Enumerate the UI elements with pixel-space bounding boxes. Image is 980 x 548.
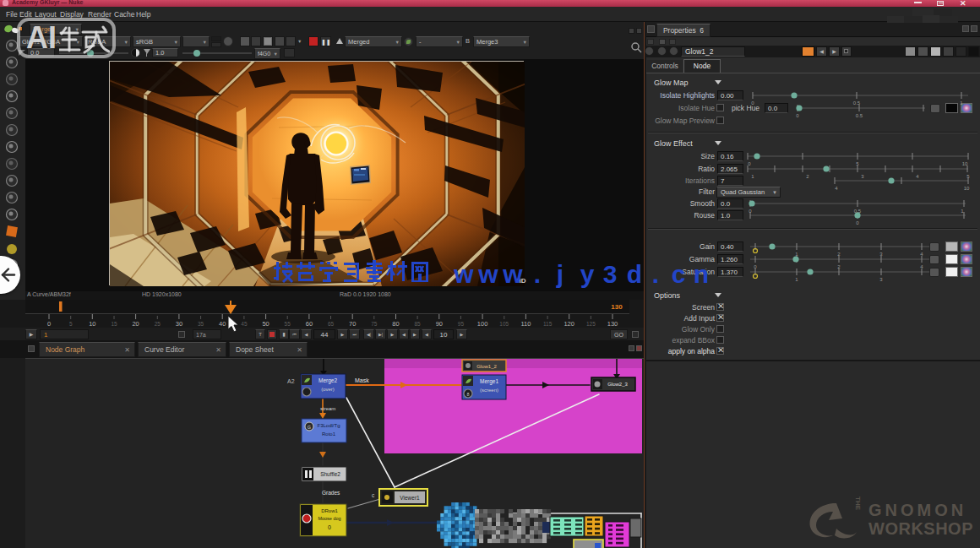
svg-text:Shuffle2: Shuffle2	[320, 471, 340, 477]
svg-text:0: 0	[328, 524, 331, 530]
svg-text:80: 80	[392, 320, 399, 328]
svg-text:1: 1	[960, 100, 963, 106]
svg-text:w: w	[502, 260, 523, 288]
svg-text:(screen): (screen)	[480, 388, 498, 393]
svg-text:0.5: 0.5	[856, 113, 863, 118]
svg-text:30: 30	[176, 320, 182, 328]
svg-text:0: 0	[856, 220, 859, 225]
svg-text:70: 70	[349, 320, 356, 328]
svg-text:60: 60	[306, 320, 313, 328]
svg-text:55: 55	[285, 321, 291, 327]
svg-text:WORKSHOP: WORKSHOP	[868, 519, 973, 538]
svg-text:j: j	[556, 260, 564, 288]
svg-text:Roto1: Roto1	[322, 431, 336, 437]
svg-text:Mask: Mask	[355, 377, 369, 383]
svg-text:1: 1	[795, 277, 798, 282]
svg-text:10: 10	[964, 186, 970, 191]
svg-text:15: 15	[111, 321, 117, 327]
svg-text:y: y	[580, 260, 595, 288]
svg-text:2: 2	[806, 174, 809, 179]
svg-text:45: 45	[241, 321, 248, 327]
svg-text:115: 115	[543, 321, 553, 327]
svg-text:THE: THE	[854, 496, 862, 511]
svg-text:d: d	[627, 260, 642, 288]
svg-text:0: 0	[47, 320, 51, 328]
svg-text:85: 85	[414, 321, 421, 327]
svg-text:A2: A2	[287, 378, 295, 384]
svg-text:35: 35	[198, 321, 204, 327]
svg-text:3: 3	[861, 174, 864, 179]
svg-text:0: 0	[751, 100, 754, 106]
svg-text:40: 40	[219, 320, 226, 328]
svg-text:stream: stream	[320, 406, 335, 411]
svg-text:50: 50	[262, 320, 269, 328]
svg-text:.: .	[652, 260, 659, 288]
svg-text:Glow2_3: Glow2_3	[607, 382, 628, 387]
svg-text:110: 110	[520, 320, 531, 328]
svg-text:n: n	[694, 260, 709, 288]
svg-text:3: 3	[603, 260, 618, 288]
svg-text:w: w	[477, 260, 498, 288]
svg-text:20: 20	[132, 320, 139, 328]
svg-text:Grades: Grades	[322, 490, 340, 496]
svg-text:65: 65	[328, 321, 335, 327]
svg-text:Merge2: Merge2	[318, 377, 337, 384]
svg-text:Glow1_2: Glow1_2	[476, 364, 497, 369]
svg-text:c: c	[672, 260, 686, 288]
svg-text:Merge1: Merge1	[480, 378, 498, 385]
svg-text:75: 75	[371, 321, 378, 327]
svg-text:.: .	[534, 260, 541, 288]
svg-text:10: 10	[89, 320, 95, 328]
svg-text:DRow1: DRow1	[321, 508, 338, 513]
svg-text:120: 120	[564, 320, 574, 328]
svg-text:90: 90	[436, 320, 443, 328]
svg-text:25: 25	[155, 321, 161, 327]
svg-text:c: c	[372, 492, 375, 498]
svg-text:8: 8	[466, 392, 469, 397]
svg-text:0: 0	[796, 113, 799, 118]
svg-text:3: 3	[879, 277, 883, 282]
svg-text:100: 100	[477, 320, 488, 328]
svg-text:w: w	[453, 260, 474, 288]
svg-text:Moose dog: Moose dog	[318, 516, 340, 521]
svg-text:5: 5	[69, 321, 73, 327]
svg-text:GNOMON: GNOMON	[868, 501, 966, 519]
svg-text:(over): (over)	[321, 387, 335, 392]
svg-text:95: 95	[458, 321, 465, 327]
svg-text:105: 105	[499, 321, 509, 327]
svg-text:0: 0	[748, 161, 751, 166]
svg-text:F3Lodl/Tg: F3Lodl/Tg	[317, 423, 340, 428]
svg-text:G: G	[308, 425, 311, 430]
svg-text:1: 1	[751, 174, 754, 179]
svg-text:Viewer1: Viewer1	[400, 495, 420, 501]
svg-text:4: 4	[835, 186, 838, 191]
svg-text:4: 4	[916, 174, 919, 179]
